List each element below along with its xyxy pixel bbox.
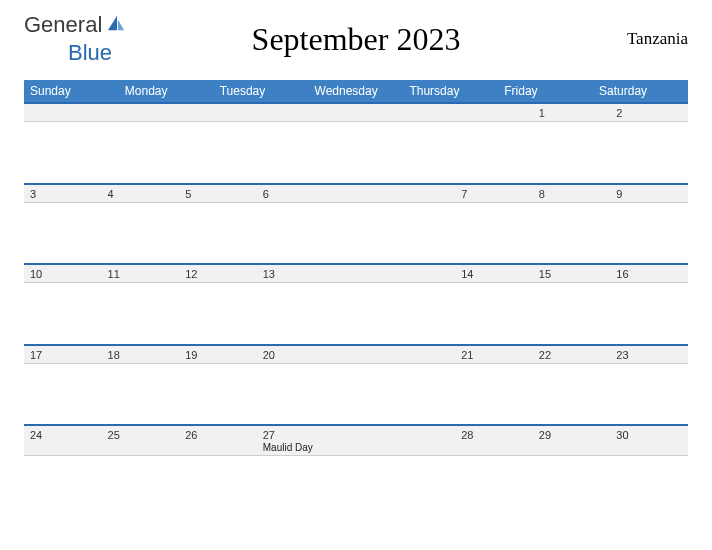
day-cell: 16 [610, 264, 688, 283]
day-cell: 11 [102, 264, 180, 283]
day-cell: 17 [24, 345, 102, 364]
day-cell: 12 [179, 264, 257, 283]
day-cell: 13 [257, 264, 455, 283]
day-number: 9 [616, 188, 682, 200]
day-number: 5 [185, 188, 251, 200]
day-cell: 10 [24, 264, 102, 283]
day-number: 11 [108, 268, 174, 280]
week-spacer [24, 202, 688, 264]
calendar-header: GeneralBlue September 2023 Tanzania [24, 12, 688, 66]
day-cell: 24 [24, 425, 102, 456]
event-label: Maulid Day [263, 442, 449, 453]
day-cell [455, 103, 533, 122]
day-cell: 22 [533, 345, 611, 364]
weekday-header: Sunday [24, 80, 119, 102]
day-number: 28 [461, 429, 527, 441]
day-cell [257, 103, 455, 122]
day-cell [24, 103, 102, 122]
day-number: 26 [185, 429, 251, 441]
day-number: 24 [30, 429, 96, 441]
day-number: 14 [461, 268, 527, 280]
day-number: 23 [616, 349, 682, 361]
brand-logo: GeneralBlue [24, 12, 252, 66]
day-cell: 20 [257, 345, 455, 364]
day-cell: 7 [455, 184, 533, 203]
day-cell: 8 [533, 184, 611, 203]
day-cell: 21 [455, 345, 533, 364]
calendar-weeks: 1234567891011121314151617181920212223242… [24, 102, 688, 518]
weekday-header: Saturday [593, 80, 688, 102]
week-row: 3456789 [24, 184, 688, 203]
day-number: 22 [539, 349, 605, 361]
week-spacer [24, 456, 688, 518]
day-number: 18 [108, 349, 174, 361]
day-cell: 1 [533, 103, 611, 122]
calendar-grid: Sunday Monday Tuesday Wednesday Thursday… [24, 80, 688, 102]
week-spacer [24, 122, 688, 184]
day-cell: 14 [455, 264, 533, 283]
month-year-title: September 2023 [252, 21, 461, 58]
day-cell: 4 [102, 184, 180, 203]
weekday-header: Thursday [403, 80, 498, 102]
day-number: 27 [263, 429, 449, 441]
logo-text-blue: Blue [68, 40, 112, 66]
day-cell: 6 [257, 184, 455, 203]
day-cell [102, 103, 180, 122]
day-number: 6 [263, 188, 449, 200]
day-cell: 27Maulid Day [257, 425, 455, 456]
week-spacer [24, 283, 688, 345]
day-number: 15 [539, 268, 605, 280]
day-cell: 2 [610, 103, 688, 122]
weekday-header: Wednesday [309, 80, 404, 102]
day-number: 17 [30, 349, 96, 361]
day-number: 20 [263, 349, 449, 361]
day-number: 21 [461, 349, 527, 361]
day-cell: 5 [179, 184, 257, 203]
weekday-header: Monday [119, 80, 214, 102]
logo-sail-icon [106, 12, 128, 38]
day-number: 1 [539, 107, 605, 119]
day-number: 25 [108, 429, 174, 441]
week-row: 10111213141516 [24, 264, 688, 283]
day-cell: 26 [179, 425, 257, 456]
day-number: 7 [461, 188, 527, 200]
weekday-header: Tuesday [214, 80, 309, 102]
day-number: 3 [30, 188, 96, 200]
week-row: 17181920212223 [24, 345, 688, 364]
weekday-header-row: Sunday Monday Tuesday Wednesday Thursday… [24, 80, 688, 102]
day-cell: 3 [24, 184, 102, 203]
week-spacer [24, 363, 688, 425]
day-number: 4 [108, 188, 174, 200]
weekday-header: Friday [498, 80, 593, 102]
day-cell: 18 [102, 345, 180, 364]
week-row: 12 [24, 103, 688, 122]
logo-text-general: General [24, 12, 102, 38]
day-cell: 28 [455, 425, 533, 456]
country-label: Tanzania [460, 29, 688, 49]
day-cell: 29 [533, 425, 611, 456]
day-cell: 19 [179, 345, 257, 364]
day-number: 2 [616, 107, 682, 119]
day-cell: 25 [102, 425, 180, 456]
day-number: 16 [616, 268, 682, 280]
day-number: 10 [30, 268, 96, 280]
day-number: 8 [539, 188, 605, 200]
day-cell: 15 [533, 264, 611, 283]
day-number: 12 [185, 268, 251, 280]
day-cell: 9 [610, 184, 688, 203]
week-row: 24252627Maulid Day282930 [24, 425, 688, 456]
day-cell: 23 [610, 345, 688, 364]
day-number: 29 [539, 429, 605, 441]
day-number: 30 [616, 429, 682, 441]
day-number: 13 [263, 268, 449, 280]
day-cell [179, 103, 257, 122]
day-number: 19 [185, 349, 251, 361]
day-cell: 30 [610, 425, 688, 456]
